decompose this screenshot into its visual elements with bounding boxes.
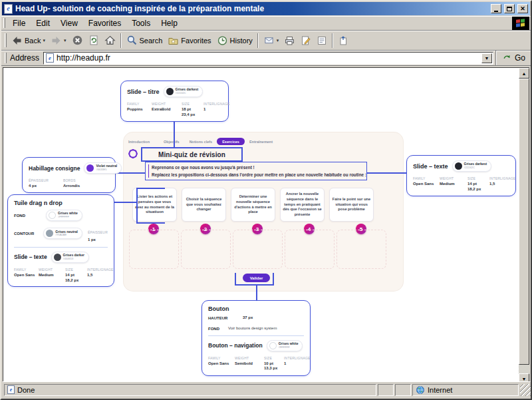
scrollbar-track[interactable] — [519, 365, 529, 373]
address-bar: Address e ▼ Go — [1, 51, 531, 66]
tab-objectifs[interactable]: Objectifs — [164, 140, 180, 144]
quiz-tab-bar: Introduction Objectifs Notions clefs Exe… — [128, 138, 273, 145]
refresh-button[interactable] — [86, 32, 102, 49]
toolbar-separator — [257, 33, 259, 48]
forward-button[interactable]: ▾ — [48, 32, 69, 49]
status-pane-zone: Internet — [412, 384, 519, 396]
toolbar-separator — [120, 33, 122, 48]
print-button[interactable] — [281, 32, 298, 49]
minimize-button[interactable] — [491, 4, 501, 13]
vertical-scrollbar[interactable]: ▲ ▼ — [519, 67, 529, 384]
forward-icon — [51, 35, 62, 46]
favorites-button[interactable]: Favorites — [165, 32, 213, 49]
drag-card-4[interactable]: Ancrer la nouvelle séquence dans le temp… — [280, 188, 325, 222]
color-chip: Grises darker#444653 — [51, 252, 89, 263]
go-button[interactable]: Go — [499, 53, 529, 63]
back-button[interactable]: Back▾ — [9, 32, 48, 49]
status-bar: e Done Internet — [3, 381, 532, 397]
tab-exercices-active[interactable]: Exercices — [217, 138, 245, 145]
discuss-button[interactable] — [314, 32, 330, 49]
color-chip: Violet neutral#6633E5 — [84, 162, 122, 174]
mail-icon — [263, 35, 275, 45]
toolbar-separator — [332, 33, 333, 48]
address-dropdown-button[interactable]: ▼ — [481, 53, 492, 63]
back-dropdown-icon[interactable]: ▾ — [43, 38, 45, 43]
minimize-icon — [494, 11, 498, 12]
divider — [14, 247, 108, 248]
swatch-icon — [86, 164, 94, 172]
ie-throbber-logo — [512, 17, 529, 30]
divider — [208, 335, 304, 336]
search-button[interactable]: Search — [124, 32, 166, 49]
connector-line — [366, 172, 406, 174]
drag-card-5[interactable]: Faire le point sur une situation qui vou… — [329, 188, 374, 222]
address-input[interactable] — [57, 53, 479, 63]
callout-slide-titre: Slide – titre Grises darkest#22242C FAMI… — [120, 81, 229, 122]
maximize-button[interactable] — [504, 4, 515, 13]
drop-zone-5[interactable] — [336, 230, 386, 269]
page-content: Introduction Objectifs Notions clefs Exe… — [3, 67, 521, 384]
stop-icon — [72, 35, 83, 46]
history-button[interactable]: History — [214, 32, 255, 49]
callout-bouton: Bouton HAUTEUR 37 px FOND Voir boutons d… — [201, 300, 311, 376]
swatch-icon — [49, 212, 56, 219]
tab-entrainement[interactable]: Entraînement — [249, 140, 273, 144]
color-chip: Grises darkest#22242C — [164, 86, 203, 97]
tab-notions-clefs[interactable]: Notions clefs — [190, 140, 213, 144]
go-arrow-icon — [503, 53, 513, 63]
quiz-title: Mini-quiz de révision — [158, 151, 225, 158]
valider-button[interactable]: Valider — [243, 274, 270, 282]
drag-card-2[interactable]: Choisir la séquence que vous souhaitez c… — [182, 188, 226, 222]
card-bracket — [136, 188, 138, 224]
scroll-up-button[interactable]: ▲ — [519, 68, 529, 79]
print-icon — [284, 35, 295, 46]
scrollbar-thumb[interactable] — [519, 79, 529, 365]
close-button[interactable]: ✕ — [517, 4, 528, 13]
mail-dropdown-icon[interactable]: ▾ — [277, 38, 279, 43]
back-icon — [11, 35, 23, 46]
resize-grip[interactable] — [520, 384, 531, 396]
color-chip: Grises white#FFFFFF — [267, 340, 303, 351]
messenger-icon — [338, 35, 348, 46]
arrow-down-icon: ▼ — [522, 377, 527, 381]
toolbar-grip[interactable] — [5, 53, 7, 63]
connector-line — [256, 284, 257, 300]
toolbar-grip[interactable] — [5, 33, 7, 47]
stop-button[interactable] — [69, 32, 86, 49]
menu-view[interactable]: View — [55, 17, 83, 30]
menu-favorites[interactable]: Favorites — [83, 17, 126, 30]
menu-edit[interactable]: Edit — [31, 17, 55, 30]
mail-button[interactable]: ▾ — [261, 32, 282, 49]
connector-line — [114, 202, 137, 203]
menu-tools[interactable]: Tools — [126, 17, 156, 30]
menu-help[interactable]: Help — [156, 17, 183, 30]
ie-page-icon: e — [46, 53, 54, 63]
address-label: Address — [9, 53, 43, 63]
drop-zone-2[interactable] — [181, 230, 231, 269]
consigne-line-1: Reprenons ce que nous avons vu jusqu'à p… — [152, 164, 366, 171]
consigne-annotation-box: Reprenons ce que nous avons vu jusqu'à p… — [145, 162, 367, 180]
drop-zone-3[interactable] — [233, 230, 283, 269]
drag-card-3[interactable]: Déterminer une nouvelle séquence d'actio… — [231, 188, 275, 222]
maximize-icon — [507, 7, 512, 11]
drag-card-1[interactable]: Lister les actions et pensées que vous a… — [132, 188, 177, 222]
toolbar-grip[interactable] — [3, 18, 5, 28]
card-bracket — [136, 188, 165, 189]
drop-zone-1[interactable] — [129, 230, 179, 269]
toolbar-separator — [495, 51, 497, 65]
button-bracket — [235, 284, 274, 286]
drop-zone-4[interactable] — [285, 230, 334, 269]
callout-tuile-drag-n-drop: Tuile drag n drop FOND Grises white#FFFF… — [7, 194, 114, 287]
forward-dropdown-icon[interactable]: ▾ — [64, 38, 66, 43]
standard-toolbar: Back▾ ▾ Search Favorites History — [1, 31, 531, 51]
messenger-button[interactable] — [335, 32, 351, 49]
tab-introduction[interactable]: Introduction — [128, 140, 150, 144]
quiz-flower-icon — [127, 148, 139, 162]
menu-file[interactable]: File — [7, 17, 31, 30]
button-bracket — [235, 273, 236, 285]
title-bar[interactable]: e Head Up- solution de coaching inspirée… — [2, 2, 530, 15]
home-button[interactable] — [102, 32, 118, 49]
browser-window: e Head Up- solution de coaching inspirée… — [0, 0, 532, 400]
edit-button[interactable] — [298, 32, 314, 49]
address-field[interactable]: e ▼ — [43, 52, 493, 65]
